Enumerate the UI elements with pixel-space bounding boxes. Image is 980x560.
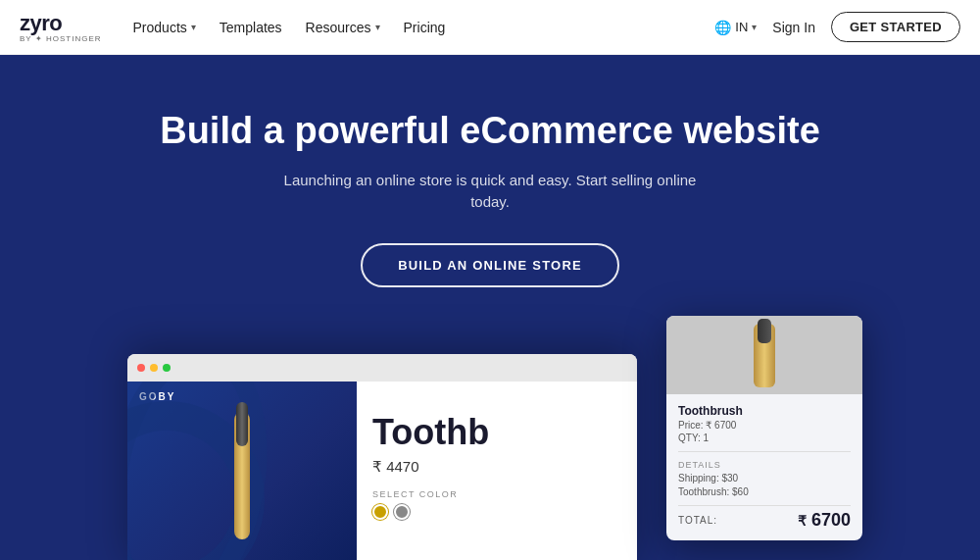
cart-total-amount: ₹ 6700 <box>798 510 851 531</box>
cart-body: Toothbrush Price: ₹ 6700 QTY: 1 DETAILS … <box>666 394 862 540</box>
cart-total-label: TOTAL: <box>678 515 717 526</box>
nav-links: Products ▾ Templates Resources ▾ Pricing <box>133 20 715 35</box>
cart-shipping-row: Shipping: $30 <box>678 473 851 484</box>
color-select-label: SELECT COLOR <box>372 489 621 499</box>
cart-toothbrush-head <box>758 319 771 343</box>
product-image-area: GOBY <box>127 382 357 560</box>
signin-link[interactable]: Sign In <box>772 20 815 35</box>
cart-item-qty: QTY: 1 <box>678 433 851 443</box>
ribbon-curve-2 <box>127 382 287 560</box>
cart-details-label: DETAILS <box>678 460 851 470</box>
locale-selector[interactable]: 🌐 IN ▾ <box>714 20 757 35</box>
logo-text: zyro <box>20 11 62 36</box>
chevron-down-icon: ▾ <box>752 22 757 32</box>
logo[interactable]: zyro BY ✦ HOSTINGER <box>20 11 102 43</box>
globe-icon: 🌐 <box>714 20 731 35</box>
product-name-display: Toothb <box>372 415 621 450</box>
mockup-area: GOBY Toothb ₹ 4470 <box>88 334 892 560</box>
hero-section: Build a powerful eCommerce website Launc… <box>0 55 980 560</box>
product-image <box>234 412 250 539</box>
chevron-down-icon: ▾ <box>375 22 380 32</box>
cart-toothbrush <box>754 324 775 387</box>
cart-item-image <box>666 316 862 394</box>
get-started-button[interactable]: GET STARTED <box>831 12 960 42</box>
navbar: zyro BY ✦ HOSTINGER Products ▾ Templates… <box>0 0 980 55</box>
browser-dot-yellow <box>150 364 158 372</box>
logo-subtext: BY ✦ HOSTINGER <box>20 34 102 43</box>
nav-templates[interactable]: Templates <box>220 20 282 35</box>
browser-dot-green <box>163 364 171 372</box>
product-price-display: ₹ 4470 <box>372 458 621 476</box>
color-swatch-gold[interactable] <box>372 504 388 520</box>
product-details: Toothb ₹ 4470 SELECT COLOR <box>357 382 637 560</box>
browser-content: GOBY Toothb ₹ 4470 <box>127 382 637 560</box>
nav-resources[interactable]: Resources ▾ <box>306 20 380 35</box>
cart-card: Toothbrush Price: ₹ 6700 QTY: 1 DETAILS … <box>666 316 862 540</box>
browser-mockup: GOBY Toothb ₹ 4470 <box>127 354 637 560</box>
toothbrush-head <box>236 402 248 446</box>
cart-item-price: Price: ₹ 6700 <box>678 420 851 431</box>
cart-item-name: Toothbrush <box>678 404 851 418</box>
browser-bar <box>127 354 637 382</box>
color-swatches <box>372 504 621 520</box>
cart-divider-1 <box>678 451 851 452</box>
chevron-down-icon: ▾ <box>191 22 196 32</box>
cart-currency-symbol: ₹ <box>798 513 807 529</box>
nav-products[interactable]: Products ▾ <box>133 20 196 35</box>
cart-product-row: Toothbrush: $60 <box>678 486 851 497</box>
cart-total-row: TOTAL: ₹ 6700 <box>678 505 851 531</box>
hero-title: Build a powerful eCommerce website <box>160 109 820 154</box>
browser-dot-red <box>137 364 145 372</box>
color-swatch-gray[interactable] <box>394 504 410 520</box>
nav-right: 🌐 IN ▾ Sign In GET STARTED <box>714 12 960 42</box>
build-store-button[interactable]: BUILD AN ONLINE STORE <box>361 243 619 287</box>
hero-subtitle: Launching an online store is quick and e… <box>274 170 706 214</box>
nav-pricing[interactable]: Pricing <box>404 20 446 35</box>
toothbrush-handle <box>234 412 250 539</box>
